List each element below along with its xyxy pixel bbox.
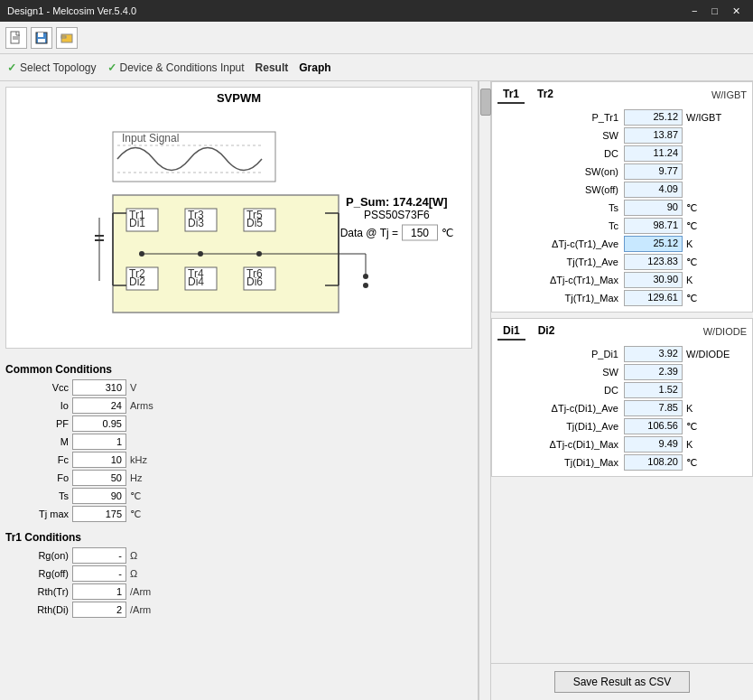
svg-text:Di1: Di1 <box>129 217 145 229</box>
tr-result-rows: P_Tr1 25.12 W/IGBT SW 13.87 DC 11.24 SW(… <box>497 109 747 306</box>
tab-tr1[interactable]: Tr1 <box>497 86 525 104</box>
param-label: Vcc <box>5 382 69 393</box>
tr-result-row: Tj(Tr1)_Ave 123.83 ℃ <box>497 254 747 270</box>
left-panel: SVPWM Input Signal <box>0 81 479 700</box>
tr-result-unit: ℃ <box>683 202 746 214</box>
tr-param-input[interactable] <box>72 565 126 582</box>
tab-di1[interactable]: Di1 <box>497 322 525 341</box>
svg-point-43 <box>363 283 368 288</box>
p-sum-label: P_Sum: 174.24[W] <box>340 195 453 209</box>
close-button[interactable]: ✕ <box>727 5 746 17</box>
svg-rect-4 <box>38 33 43 37</box>
tr-result-label: Tj(Tr1)_Ave <box>497 257 624 267</box>
maximize-button[interactable]: □ <box>706 5 723 17</box>
param-value-input[interactable] <box>72 470 126 486</box>
tr-param-unit: Ω <box>130 550 175 561</box>
svg-text:Di3: Di3 <box>188 217 204 229</box>
tr-param-input[interactable] <box>72 583 126 600</box>
di-result-value: 1.52 <box>624 382 683 398</box>
tr-result-label: Tj(Tr1)_Max <box>497 293 624 303</box>
di-result-label: P_Di1 <box>497 349 624 359</box>
common-conditions-header: Common Conditions <box>5 363 472 376</box>
save-button[interactable] <box>31 27 52 49</box>
param-value-input[interactable] <box>72 506 126 522</box>
tr-result-row: P_Tr1 25.12 W/IGBT <box>497 109 747 126</box>
di-result-label: ΔTj-c(Di1)_Ave <box>497 403 624 414</box>
device-label: Device & Conditions Input <box>120 61 245 74</box>
tr-conditions-header: Tr1 Conditions <box>5 531 472 544</box>
title-bar: Design1 - Melcosim Ver.5.4.0 − □ ✕ <box>0 0 753 22</box>
vertical-scrollbar[interactable] <box>479 81 491 700</box>
di-result-value: 106.56 <box>624 418 683 434</box>
di-result-unit: W/DIODE <box>683 349 746 359</box>
tr-result-unit: W/IGBT <box>683 112 746 123</box>
svg-text:Di2: Di2 <box>129 275 145 288</box>
param-row: Vcc V <box>5 379 472 396</box>
nav-bar: ✓ Select Topology ✓ Device & Conditions … <box>0 54 753 81</box>
di-result-unit: ℃ <box>683 457 746 469</box>
circuit-area: SVPWM Input Signal <box>5 87 472 349</box>
param-unit: kHz <box>130 454 175 465</box>
param-value-input[interactable] <box>72 434 126 450</box>
tr-result-row: SW(on) 9.77 <box>497 163 747 180</box>
power-info: P_Sum: 174.24[W] PSS50S73F6 Data @ Tj = … <box>340 195 453 241</box>
open-button[interactable] <box>56 27 78 49</box>
param-value-input[interactable] <box>72 415 126 432</box>
param-value-input[interactable] <box>72 452 126 468</box>
tj-input[interactable] <box>402 225 438 241</box>
tr-param-input[interactable] <box>72 547 126 564</box>
nav-device-conditions[interactable]: ✓ Device & Conditions Input <box>107 61 245 74</box>
tr-result-value: 123.83 <box>624 254 683 270</box>
param-value-input[interactable] <box>72 488 126 504</box>
nav-select-topology[interactable]: ✓ Select Topology <box>7 61 97 74</box>
di-result-value: 2.39 <box>624 364 683 380</box>
tr-param-label: Rth(Tr) <box>5 586 69 597</box>
di-result-row: Tj(Di1)_Max 108.20 ℃ <box>497 454 747 471</box>
device-check-icon: ✓ <box>107 61 116 74</box>
spacer <box>491 482 753 663</box>
di-result-row: DC 1.52 <box>497 382 747 398</box>
tr-result-label: P_Tr1 <box>497 112 624 123</box>
topology-check-icon: ✓ <box>7 61 16 74</box>
tr-param-unit: /Arm <box>130 586 175 597</box>
param-unit: Arms <box>130 400 175 411</box>
di-result-unit: ℃ <box>683 421 746 433</box>
param-row: Tj max ℃ <box>5 506 472 522</box>
di-result-row: Tj(Di1)_Ave 106.56 ℃ <box>497 418 747 434</box>
new-file-button[interactable] <box>5 27 27 49</box>
param-value-input[interactable] <box>72 397 126 414</box>
di-result-row: ΔTj-c(Di1)_Max 9.49 K <box>497 436 747 453</box>
tr-result-value: 90 <box>624 200 683 216</box>
tr-result-value: 4.09 <box>624 182 683 198</box>
scrollbar-thumb[interactable] <box>480 89 491 116</box>
tr-result-value: 30.90 <box>624 272 683 288</box>
nav-graph[interactable]: Graph <box>299 61 330 74</box>
nav-result[interactable]: Result <box>256 61 289 74</box>
param-row: Fc kHz <box>5 452 472 468</box>
minimize-button[interactable]: − <box>686 5 702 17</box>
tr-result-value: 25.12 <box>624 236 683 252</box>
save-csv-button[interactable]: Save Result as CSV <box>554 671 691 693</box>
param-row: M <box>5 434 472 450</box>
svg-rect-5 <box>38 39 45 42</box>
tr-unit-header: W/IGBT <box>711 89 747 100</box>
tj-unit: ℃ <box>442 227 453 239</box>
tr-result-row: DC 11.24 <box>497 145 747 162</box>
param-row: Ts ℃ <box>5 488 472 504</box>
tj-label: Data @ Tj = <box>340 227 398 239</box>
di-result-label: Tj(Di1)_Ave <box>497 421 624 432</box>
tr-param-label: Rg(on) <box>5 550 69 561</box>
tr-param-input[interactable] <box>72 602 126 618</box>
tr-result-row: ΔTj-c(Tr1)_Max 30.90 K <box>497 272 747 288</box>
tr-param-row: Rth(Tr) /Arm <box>5 583 472 600</box>
param-label: Ts <box>5 490 69 501</box>
param-value-input[interactable] <box>72 379 126 396</box>
tr-param-row: Rth(Di) /Arm <box>5 602 472 618</box>
tab-di2[interactable]: Di2 <box>533 322 561 341</box>
tr-result-value: 25.12 <box>624 109 683 126</box>
tab-tr2[interactable]: Tr2 <box>532 86 559 104</box>
svg-text:Di6: Di6 <box>246 275 263 288</box>
di-result-label: ΔTj-c(Di1)_Max <box>497 439 624 450</box>
tr-param-row: Rg(on) Ω <box>5 547 472 564</box>
tr-result-label: Ts <box>497 202 624 213</box>
